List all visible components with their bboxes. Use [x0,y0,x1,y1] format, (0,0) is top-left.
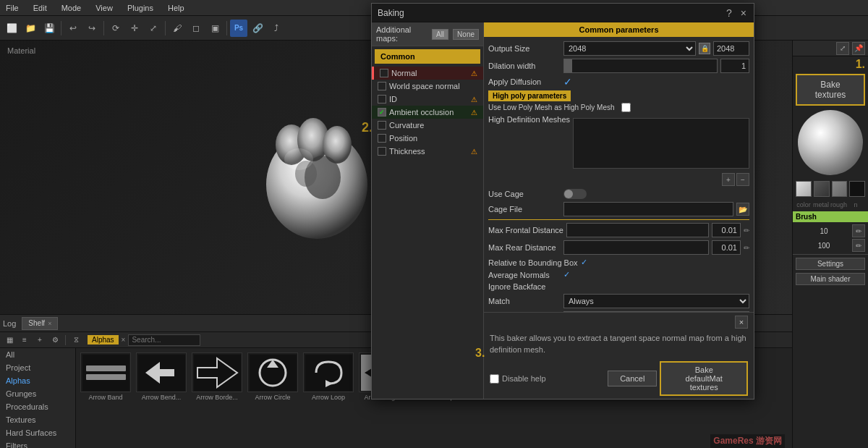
shelf-item-arrow-border[interactable]: Arrow Borde... [190,351,244,402]
fill-icon[interactable]: ▣ [206,20,224,37]
alphas-filter-close[interactable]: × [122,336,126,344]
log-tab[interactable]: Log [3,319,16,328]
max-frontal-edit[interactable]: ✏ [744,227,749,234]
max-rear-slider[interactable] [563,240,709,255]
move-icon[interactable]: ✛ [126,20,143,37]
use-cage-toggle[interactable] [563,189,587,199]
cat-filters[interactable]: Filters [0,439,75,448]
bake-textures-button[interactable]: Bake textures [796,74,865,106]
shelf-search-input[interactable] [128,334,200,346]
shelf-tab-close[interactable]: × [48,320,51,327]
map-normal[interactable]: Normal ⚠ [372,67,483,80]
shelf-filter-icon[interactable]: ⧖ [69,334,82,347]
cat-all[interactable]: All [0,348,75,361]
max-rear-edit[interactable]: ✏ [744,244,749,252]
pin-icon[interactable]: 📌 [852,42,865,55]
relative-bounding-check[interactable]: ✓ [581,258,587,267]
cage-file-input[interactable] [563,202,733,216]
bake-button[interactable]: Bake defaultMat textures [660,361,748,396]
footer-close-btn[interactable]: × [735,316,748,329]
brush-size-edit[interactable]: ✏ [852,224,865,237]
shelf-item-arrow-bend[interactable]: Arrow Bend... [135,351,188,402]
swatch-n[interactable] [849,181,865,197]
export-icon[interactable]: ⤴ [268,20,285,37]
map-id[interactable]: ID ⚠ [372,93,483,106]
maps-none-btn[interactable]: None [453,29,479,40]
expand-icon[interactable]: ⤢ [836,42,849,55]
swatch-metal[interactable] [814,181,830,197]
map-ao[interactable]: Ambient occlusion ⚠ [372,106,483,119]
menu-plugins[interactable]: Plugins [124,2,156,14]
dilation-slider[interactable] [563,59,718,73]
menu-file[interactable]: File [3,2,22,14]
hd-remove-icon[interactable]: − [736,173,749,186]
open-icon[interactable]: 📁 [22,20,39,37]
lock-icon[interactable]: 🔒 [699,43,710,54]
brush-flow-edit[interactable]: ✏ [852,239,865,252]
shelf-item-arrow-circle[interactable]: Arrow Circle [246,351,299,402]
brush-icon[interactable]: 🖌 [169,20,186,37]
alphas-filter-btn[interactable]: Alphas [88,335,119,345]
swatch-color[interactable] [796,181,812,197]
new-icon[interactable]: ⬜ [3,20,20,37]
maps-all-btn[interactable]: All [432,29,448,40]
ao-checkbox[interactable] [378,108,386,117]
arrow-bend-thumb [136,352,187,392]
eraser-icon[interactable]: ◻ [187,20,205,37]
swatch-rough[interactable] [832,181,848,197]
baking-dialog[interactable]: Baking ? × Additional maps: All None Com… [371,3,754,400]
menu-mode[interactable]: Mode [59,2,85,14]
cat-hard-surfaces[interactable]: Hard Surfaces [0,426,75,439]
shelf-add-icon[interactable]: + [33,334,46,347]
cancel-button[interactable]: Cancel [608,371,657,386]
shelf-item-arrow-band[interactable]: Arrow Band [79,351,132,402]
cat-procedurals[interactable]: Procedurals [0,400,75,413]
cat-grunges[interactable]: Grunges [0,387,75,400]
shelf-list-icon[interactable]: ≡ [18,334,31,347]
thickness-checkbox[interactable] [378,147,386,156]
menu-view[interactable]: View [93,2,116,14]
common-tab[interactable]: Common [375,49,480,64]
ps-icon[interactable]: Ps [230,20,247,37]
curvature-checkbox[interactable] [378,121,386,130]
high-poly-params-btn[interactable]: High poly parameters [488,90,571,101]
undo-icon[interactable]: ↩ [64,20,82,37]
map-world-space[interactable]: World space normal [372,80,483,93]
shelf-settings-icon[interactable]: ⚙ [48,334,61,347]
cat-textures[interactable]: Textures [0,413,75,426]
cage-file-browse[interactable]: 📂 [736,203,749,216]
scale-icon[interactable]: ⤢ [145,20,162,37]
apply-diffusion-check[interactable]: ✓ [563,76,572,88]
normal-checkbox[interactable] [380,69,388,77]
position-checkbox[interactable] [378,134,386,143]
cat-project[interactable]: Project [0,361,75,374]
dialog-help-btn[interactable]: ? [725,7,733,19]
high-def-box[interactable] [573,118,749,169]
menu-help[interactable]: Help [165,2,187,14]
max-frontal-slider[interactable] [566,223,709,237]
match-select[interactable]: AlwaysBy Mesh Name [563,294,749,308]
main-shader-button[interactable]: Main shader [796,273,865,285]
map-thickness[interactable]: Thickness ⚠ [372,145,483,158]
map-position[interactable]: Position [372,132,483,145]
shelf-tab[interactable]: Shelf × [22,317,58,330]
average-normals-check[interactable]: ✓ [563,270,570,279]
rotate-icon[interactable]: ⟳ [107,20,124,37]
shelf-item-arrow-loop[interactable]: Arrow Loop [302,351,355,402]
shelf-grid-icon[interactable]: ▦ [3,334,16,347]
link-icon[interactable]: 🔗 [249,20,266,37]
id-checkbox[interactable] [378,95,386,103]
save-icon[interactable]: 💾 [41,20,58,37]
output-size-input2[interactable] [713,41,749,56]
menu-edit[interactable]: Edit [30,2,50,14]
output-size-select[interactable]: 204810245124096 [563,41,696,56]
world-space-checkbox[interactable] [378,82,386,90]
hd-add-icon[interactable]: + [722,173,735,186]
redo-icon[interactable]: ↪ [83,20,101,37]
disable-help-checkbox[interactable] [490,374,499,384]
settings-button[interactable]: Settings [796,258,865,270]
dialog-close-btn[interactable]: × [739,7,748,19]
use-low-poly-checkbox[interactable] [621,103,631,112]
cat-alphas[interactable]: Alphas [0,374,75,387]
map-curvature[interactable]: Curvature [372,119,483,132]
